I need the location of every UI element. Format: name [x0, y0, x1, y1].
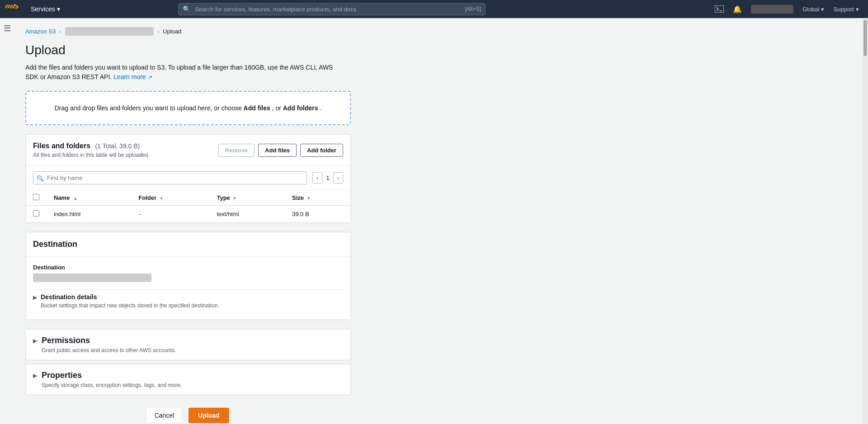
- destination-title: Destination: [33, 240, 343, 249]
- region-button[interactable]: Global ▾: [799, 4, 828, 14]
- cloudshell-button[interactable]: [711, 4, 727, 14]
- th-folder: Folder ▾: [131, 190, 209, 206]
- page-description: Add the files and folders you want to up…: [25, 63, 342, 82]
- sidebar-toggle[interactable]: ☰: [0, 18, 16, 424]
- permissions-subtitle: Grant public access and access to other …: [42, 347, 176, 353]
- dest-details-subtitle: Bucket settings that impact new objects …: [41, 302, 219, 309]
- files-count: (1 Total, 39.0 B): [95, 142, 140, 150]
- files-panel-subtitle: All files and folders in this table will…: [33, 152, 149, 158]
- main-content: Amazon S3 › ████████████████████ › Uploa…: [16, 18, 863, 424]
- breadcrumb-current: Upload: [163, 28, 181, 35]
- select-all-checkbox[interactable]: [33, 194, 39, 200]
- dest-label: Destination: [33, 264, 343, 271]
- files-panel-title: Files and folders (1 Total, 39.0 B): [33, 142, 149, 150]
- row-folder: -: [131, 206, 209, 223]
- scrollbar-thumb: [863, 20, 867, 56]
- svg-rect-0: [715, 5, 724, 13]
- type-sort-icon[interactable]: ▾: [233, 196, 236, 201]
- remove-button[interactable]: Remove: [218, 144, 255, 157]
- breadcrumb-sep-1: ›: [59, 28, 61, 35]
- username-label: ████████: [751, 5, 793, 14]
- top-navigation: Services ▾ 🔍 [Alt+S] 🔔 ████████ Global ▾…: [0, 0, 868, 18]
- properties-section: ▶ Properties Specify storage class, encr…: [25, 364, 351, 395]
- table-header-row: Name ▲ Folder ▾ Type ▾ Size: [26, 190, 350, 206]
- table-search-input[interactable]: [33, 171, 307, 184]
- dest-details-title[interactable]: Destination details: [41, 293, 219, 301]
- page-title: Upload: [25, 43, 844, 57]
- breadcrumb-sep-2: ›: [157, 28, 159, 35]
- notifications-button[interactable]: 🔔: [729, 3, 745, 15]
- services-chevron-icon: ▾: [57, 5, 60, 13]
- panel-actions: Remove Add files Add folder: [218, 144, 343, 157]
- external-link-icon: ↗: [148, 74, 152, 80]
- table-row: index.html - text/html 39.0 B: [26, 206, 350, 223]
- aws-logo: [5, 4, 22, 14]
- dest-body: Destination s3://███████████████████████…: [26, 257, 350, 320]
- support-chevron-icon: ▾: [856, 6, 859, 13]
- name-sort-icon[interactable]: ▲: [73, 196, 78, 201]
- th-type: Type ▾: [209, 190, 285, 206]
- properties-header[interactable]: ▶ Properties Specify storage class, encr…: [26, 364, 350, 395]
- files-panel: Files and folders (1 Total, 39.0 B) All …: [25, 134, 351, 223]
- scrollbar[interactable]: [863, 18, 868, 424]
- properties-subtitle: Specify storage class, encryption settin…: [42, 382, 182, 388]
- search-shortcut: [Alt+S]: [465, 6, 481, 12]
- th-name: Name ▲: [47, 190, 131, 206]
- global-search: 🔍 [Alt+S]: [178, 3, 486, 15]
- user-menu-button[interactable]: ████████: [747, 3, 797, 15]
- table-search-icon: 🔍: [37, 174, 44, 181]
- size-sort-icon[interactable]: ▾: [307, 196, 310, 201]
- bottom-actions: Cancel Upload: [25, 399, 351, 424]
- search-row: 🔍 ‹ 1 ›: [26, 166, 350, 190]
- th-select-all: [26, 190, 47, 206]
- expandable-content: Destination details Bucket settings that…: [41, 293, 219, 309]
- folder-sort-icon[interactable]: ▾: [160, 196, 162, 201]
- nav-right-controls: 🔔 ████████ Global ▾ Support ▾: [711, 3, 863, 15]
- files-panel-header: Files and folders (1 Total, 39.0 B) All …: [26, 135, 350, 166]
- page-number: 1: [326, 174, 329, 181]
- search-input[interactable]: [178, 3, 486, 15]
- add-folder-button[interactable]: Add folder: [300, 144, 343, 157]
- properties-expand-icon: ▶: [33, 372, 37, 379]
- next-page-button[interactable]: ›: [333, 172, 343, 184]
- destination-panel: Destination Destination s3://███████████…: [25, 232, 351, 320]
- expand-icon[interactable]: ▶: [33, 294, 37, 301]
- destination-details-row: ▶ Destination details Bucket settings th…: [33, 289, 343, 312]
- row-checkbox-cell: [26, 206, 47, 223]
- dest-panel-header: Destination: [26, 232, 350, 257]
- properties-title: Properties: [42, 371, 182, 380]
- region-chevron-icon: ▾: [821, 6, 824, 13]
- row-name: index.html: [47, 206, 131, 223]
- pagination: ‹ 1 ›: [312, 172, 343, 184]
- table-search: 🔍: [33, 171, 307, 184]
- permissions-title: Permissions: [42, 336, 176, 345]
- breadcrumb-s3-link[interactable]: Amazon S3: [25, 28, 56, 35]
- breadcrumb-bucket: ████████████████████: [65, 27, 154, 36]
- upload-button[interactable]: Upload: [189, 408, 229, 423]
- panel-title-section: Files and folders (1 Total, 39.0 B) All …: [33, 142, 149, 158]
- services-button[interactable]: Services ▾: [27, 4, 64, 14]
- files-table: Name ▲ Folder ▾ Type ▾ Size: [26, 190, 350, 222]
- search-icon: 🔍: [183, 5, 190, 13]
- breadcrumb: Amazon S3 › ████████████████████ › Uploa…: [25, 27, 844, 36]
- th-size: Size ▾: [285, 190, 350, 206]
- cancel-button[interactable]: Cancel: [147, 408, 181, 423]
- row-size: 39.0 B: [285, 206, 350, 223]
- row-type: text/html: [209, 206, 285, 223]
- support-button[interactable]: Support ▾: [830, 4, 863, 14]
- permissions-section: ▶ Permissions Grant public access and ac…: [25, 329, 351, 360]
- drop-zone[interactable]: Drag and drop files and folders you want…: [25, 91, 351, 125]
- prev-page-button[interactable]: ‹: [312, 172, 322, 184]
- dest-value: s3://████████████████████████: [33, 273, 151, 282]
- permissions-header[interactable]: ▶ Permissions Grant public access and ac…: [26, 330, 350, 360]
- row-checkbox[interactable]: [33, 210, 39, 217]
- learn-more-link[interactable]: Learn more ↗: [113, 73, 152, 80]
- add-files-button[interactable]: Add files: [258, 144, 297, 157]
- permissions-expand-icon: ▶: [33, 338, 37, 344]
